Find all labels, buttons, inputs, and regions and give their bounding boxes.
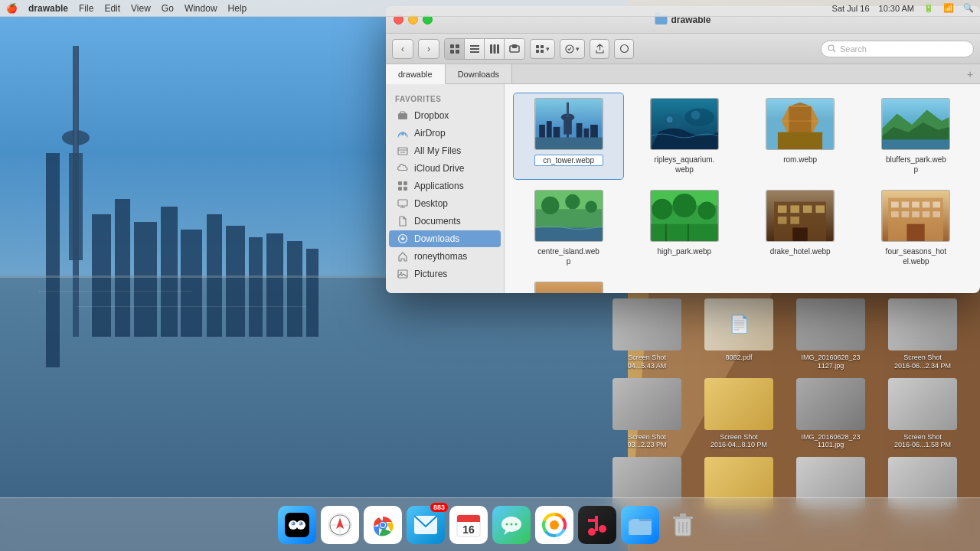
menubar-wifi-icon: 📶 xyxy=(943,3,954,13)
menubar-battery-icon: 🔋 xyxy=(923,3,934,13)
menubar-go[interactable]: Go xyxy=(162,3,174,14)
view-column-button[interactable] xyxy=(485,39,505,59)
list-item[interactable]: Screen Shot04...5.43 AM xyxy=(605,298,689,370)
dock-item-finder[interactable] xyxy=(278,506,316,544)
list-item[interactable]: IMG_20160628_231101.jpg xyxy=(789,378,873,450)
dock-item-mail[interactable] xyxy=(407,506,445,544)
file-item-partial[interactable] xyxy=(514,277,623,293)
tag-button[interactable] xyxy=(614,39,634,59)
svg-rect-38 xyxy=(536,50,539,53)
applications-icon xyxy=(397,180,409,192)
svg-point-74 xyxy=(667,116,673,122)
desktop-icons-area: Screen Shot04...5.43 AM 📄 8082.pdf IMG_2… xyxy=(605,298,965,529)
file-item-bluffers[interactable]: bluffers_park.webp xyxy=(861,93,971,179)
svg-rect-157 xyxy=(588,519,598,522)
menubar-search-icon[interactable]: 🔍 xyxy=(963,3,974,13)
arrange-button[interactable]: ▾ xyxy=(530,39,555,59)
file-item-cn-tower[interactable] xyxy=(514,93,623,179)
action-button[interactable]: ▾ xyxy=(560,39,585,59)
list-item[interactable]: 📄 8082.pdf xyxy=(697,298,781,370)
file-item-high-park[interactable]: high_park.webp xyxy=(629,185,739,271)
forward-button[interactable]: › xyxy=(418,39,439,59)
file-item-rom[interactable]: rom.webp xyxy=(746,93,855,179)
dock-item-trash[interactable] xyxy=(664,506,702,544)
all-files-icon xyxy=(397,145,409,157)
tab-add-button[interactable]: + xyxy=(960,64,980,83)
menubar-view[interactable]: View xyxy=(131,3,151,14)
sidebar-item-home[interactable]: roneythomas xyxy=(389,248,501,265)
list-item[interactable]: Screen Shot2016-04...8.10 PM xyxy=(697,378,781,450)
menubar-help[interactable]: Help xyxy=(228,3,247,14)
dock-item-calendar[interactable]: 16 xyxy=(449,506,488,544)
sidebar-item-icloud[interactable]: iCloud Drive xyxy=(389,160,501,177)
svg-rect-57 xyxy=(398,270,407,278)
svg-rect-102 xyxy=(803,205,812,213)
search-box[interactable]: Search xyxy=(821,41,974,57)
menubar-edit[interactable]: Edit xyxy=(104,3,120,14)
share-button[interactable] xyxy=(590,39,609,59)
apple-menu[interactable]: 🍎 xyxy=(6,3,18,14)
svg-point-75 xyxy=(691,111,701,120)
list-item[interactable]: IMG_20160628_231127.jpg xyxy=(789,298,873,370)
svg-line-43 xyxy=(834,51,836,53)
svg-rect-18 xyxy=(266,233,283,337)
dock-item-messages[interactable] xyxy=(492,506,531,544)
svg-rect-113 xyxy=(933,202,941,208)
back-button[interactable]: ‹ xyxy=(392,39,413,59)
svg-rect-11 xyxy=(115,199,130,337)
sidebar-item-documents[interactable]: Documents xyxy=(389,213,501,230)
dock-item-music[interactable] xyxy=(578,506,616,544)
sidebar-item-all-my-files[interactable]: All My Files xyxy=(389,142,501,159)
list-item[interactable]: Screen Shot03...2.23 PM xyxy=(605,378,689,450)
svg-rect-158 xyxy=(629,519,652,535)
svg-rect-53 xyxy=(398,200,407,206)
svg-rect-114 xyxy=(891,211,899,217)
svg-rect-37 xyxy=(541,45,544,48)
view-cover-button[interactable] xyxy=(505,39,524,59)
svg-rect-115 xyxy=(902,211,910,217)
dock-item-chrome[interactable] xyxy=(364,506,402,544)
menubar-file[interactable]: File xyxy=(79,3,93,14)
view-icon-button[interactable] xyxy=(445,39,465,59)
svg-point-94 xyxy=(652,199,672,220)
svg-rect-12 xyxy=(134,222,157,337)
menubar-window[interactable]: Window xyxy=(185,3,217,14)
file-thumbnail xyxy=(881,190,950,242)
airdrop-icon xyxy=(397,127,409,139)
sidebar-item-pictures[interactable]: Pictures xyxy=(389,266,501,282)
view-list-button[interactable] xyxy=(465,39,485,59)
sidebar-section-favorites: Favorites xyxy=(386,92,504,106)
dock-item-photos[interactable] xyxy=(535,506,573,544)
list-item[interactable]: Screen Shot2016-06...1.58 PM xyxy=(880,378,965,450)
file-name-input[interactable] xyxy=(534,155,603,166)
svg-rect-22 xyxy=(38,291,191,292)
svg-rect-104 xyxy=(778,217,787,224)
svg-rect-28 xyxy=(470,45,479,47)
file-item-drake-hotel[interactable]: drake_hotel.webp xyxy=(746,185,855,271)
svg-point-89 xyxy=(565,194,580,209)
sidebar-item-dropbox[interactable]: Dropbox xyxy=(389,107,501,124)
svg-marker-149 xyxy=(504,530,511,535)
svg-rect-106 xyxy=(792,228,807,241)
home-icon xyxy=(397,250,409,262)
sidebar-item-applications[interactable]: Applications xyxy=(389,178,501,194)
dock: 16 xyxy=(0,497,980,551)
list-item[interactable]: Screen Shot2016-06...2.34 PM xyxy=(880,298,965,370)
sidebar-item-airdrop[interactable]: AirDrop xyxy=(389,125,501,142)
svg-rect-26 xyxy=(450,50,454,54)
tab-drawable[interactable]: drawable xyxy=(386,64,446,84)
file-item-ripleys[interactable]: ripleys_aquarium.webp xyxy=(629,93,739,179)
downloads-icon xyxy=(397,233,409,245)
file-item-centre-island[interactable]: centre_island.webp xyxy=(514,185,623,271)
file-item-four-seasons[interactable]: four_seasons_hotel.webp xyxy=(861,185,971,271)
sidebar-item-desktop[interactable]: Desktop xyxy=(389,195,501,212)
tab-downloads[interactable]: Downloads xyxy=(446,64,512,83)
svg-rect-25 xyxy=(456,44,459,48)
file-thumbnail xyxy=(534,98,603,150)
sidebar-item-downloads[interactable]: Downloads xyxy=(389,230,501,247)
dock-item-files[interactable] xyxy=(621,506,659,544)
svg-rect-52 xyxy=(403,187,407,191)
svg-rect-13 xyxy=(161,207,178,337)
menubar-finder[interactable]: drawable xyxy=(28,3,68,14)
dock-item-safari[interactable] xyxy=(321,506,359,544)
